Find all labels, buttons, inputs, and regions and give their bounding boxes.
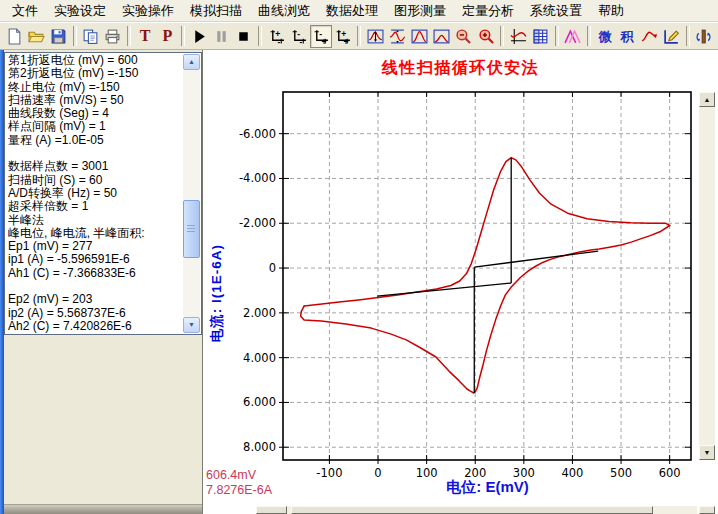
y-tick-label: 0: [269, 261, 276, 275]
chart-scroll-down-button[interactable]: ▼: [699, 445, 715, 460]
integral-icon: 积: [621, 30, 634, 43]
peak-autoscale-button[interactable]: [364, 25, 386, 48]
window-bottom-edge: [4, 504, 202, 514]
param-line: 第2折返电位 (mV) =-150: [8, 67, 182, 80]
menu-item-5[interactable]: 数据处理: [318, 0, 386, 22]
pause-icon: [213, 28, 230, 45]
param-line: ip2 (A) = 5.568737E-6: [8, 307, 182, 320]
overlay-curves-icon: [564, 28, 581, 45]
param-line: 量程 (A) =1.0E-05: [8, 134, 182, 147]
quadrant-minus-minus-button[interactable]: --: [287, 25, 309, 48]
new-file-button[interactable]: [3, 25, 25, 48]
quadrant-minus-minus-icon: --: [290, 28, 307, 45]
text-label-p-button[interactable]: P: [156, 25, 178, 48]
quadrant-minus-plus-icon: -+: [312, 28, 329, 45]
curve-compress-button[interactable]: [386, 25, 408, 48]
toolbar-separator: [258, 26, 262, 46]
toolbar-separator: [357, 26, 361, 46]
quadrant-minus-plus-button[interactable]: -+: [310, 25, 332, 48]
panel-scroll-track[interactable]: [183, 70, 200, 317]
open-file-button[interactable]: [25, 25, 47, 48]
toolbar-separator: [73, 26, 77, 46]
chart-hscroll-thumb[interactable]: [291, 506, 653, 514]
param-line: Ep2 (mV) = 203: [8, 293, 182, 306]
text-label-t-button[interactable]: T: [134, 25, 156, 48]
y-tick-label: -2.000: [239, 216, 276, 230]
x-axis-label: 电位: E(mV): [385, 478, 590, 497]
peak-autoscale-icon: [367, 28, 384, 45]
chart-vscroll-track[interactable]: [699, 107, 715, 445]
param-line: ip1 (A) = -5.596591E-6: [8, 253, 182, 266]
zoom-out-button[interactable]: [453, 25, 475, 48]
quadrant-plus-minus-button[interactable]: +-: [265, 25, 287, 48]
copy-button[interactable]: [80, 25, 102, 48]
run-button[interactable]: [188, 25, 210, 48]
smooth-curve-button[interactable]: [638, 25, 660, 48]
overlay-curves-button[interactable]: [562, 25, 584, 48]
menu-item-8[interactable]: 系统设置: [522, 0, 590, 22]
x-tick-label: 0: [374, 466, 381, 480]
menu-item-1[interactable]: 实验设定: [46, 0, 114, 22]
chart-hscroll-left-button[interactable]: [256, 506, 287, 514]
save-file-button[interactable]: [47, 25, 69, 48]
integral-button[interactable]: 积: [616, 25, 638, 48]
chart-vertical-scrollbar[interactable]: ▲ ▼: [699, 92, 715, 460]
menu-item-7[interactable]: 定量分析: [454, 0, 522, 22]
panel-scroll-down-button[interactable]: ▼: [183, 317, 200, 333]
menu-item-3[interactable]: 模拟扫描: [182, 0, 250, 22]
zoom-in-icon: [478, 28, 495, 45]
derivative-icon: 微: [598, 30, 611, 43]
peak-window-button[interactable]: [408, 25, 430, 48]
svg-text:+: +: [322, 37, 327, 45]
pause-button[interactable]: [211, 25, 233, 48]
rotate-3d-icon: [695, 28, 712, 45]
chart-horizontal-scrollbar[interactable]: [287, 506, 697, 514]
rotate-3d-button[interactable]: [693, 25, 715, 48]
peak-window-small-button[interactable]: [431, 25, 453, 48]
cv-forward-scan-curve: [304, 158, 670, 307]
print-icon: [104, 28, 121, 45]
param-line: 半峰法: [8, 214, 182, 227]
param-line: 扫描时间 (S) = 60: [8, 174, 182, 187]
menu-item-9[interactable]: 帮助: [590, 0, 632, 22]
cv-reverse-scan-curve: [301, 226, 670, 394]
arrow-down-icon: ▼: [188, 321, 195, 328]
copy-icon: [82, 28, 99, 45]
open-file-icon: [28, 28, 45, 45]
y-tick-label: -6.000: [239, 127, 276, 141]
param-line: [8, 147, 182, 160]
cv-plot[interactable]: -6.000-4.000-2.00002.0004.0006.0008.000-…: [203, 50, 718, 514]
parameter-panel-area: 第1折返电位 (mV) = 600第2折返电位 (mV) =-150终止电位 (…: [4, 50, 202, 514]
annotate-button[interactable]: [660, 25, 682, 48]
anodic-baseline: [377, 283, 511, 296]
data-table-button[interactable]: [529, 25, 551, 48]
y-tick-label: 6.000: [243, 395, 276, 409]
param-line: 终止电位 (mV) =-150: [8, 81, 182, 94]
zoom-in-button[interactable]: [475, 25, 497, 48]
current-readout: 7.8276E-6A: [206, 483, 272, 497]
stop-button[interactable]: [233, 25, 255, 48]
peak-window-small-icon: [433, 28, 450, 45]
menu-item-2[interactable]: 实验操作: [114, 0, 182, 22]
menu-item-0[interactable]: 文件: [4, 0, 46, 22]
stop-icon: [235, 28, 252, 45]
svg-text:-: -: [299, 37, 302, 45]
menu-item-4[interactable]: 曲线浏览: [250, 0, 318, 22]
panel-scroll-up-button[interactable]: ▲: [183, 54, 200, 70]
param-line: [8, 280, 182, 293]
parameter-panel[interactable]: 第1折返电位 (mV) = 600第2折返电位 (mV) =-150终止电位 (…: [4, 52, 202, 335]
curve-axes-button[interactable]: [507, 25, 529, 48]
zoom-out-icon: [455, 28, 472, 45]
peak-window-icon: [411, 28, 428, 45]
chart-scroll-up-button[interactable]: ▲: [699, 92, 715, 107]
panel-scroll-thumb[interactable]: [183, 200, 200, 258]
print-button[interactable]: [102, 25, 124, 48]
y-tick-label: 8.000: [243, 440, 276, 454]
data-table-icon: [532, 28, 549, 45]
panel-scrollbar[interactable]: ▲ ▼: [183, 54, 200, 333]
menu-item-6[interactable]: 图形测量: [386, 0, 454, 22]
quadrant-plus-plus-button[interactable]: ++: [332, 25, 354, 48]
param-line: 样点间隔 (mV) = 1: [8, 120, 182, 133]
x-tick-label: -100: [316, 466, 342, 480]
derivative-button[interactable]: 微: [594, 25, 616, 48]
